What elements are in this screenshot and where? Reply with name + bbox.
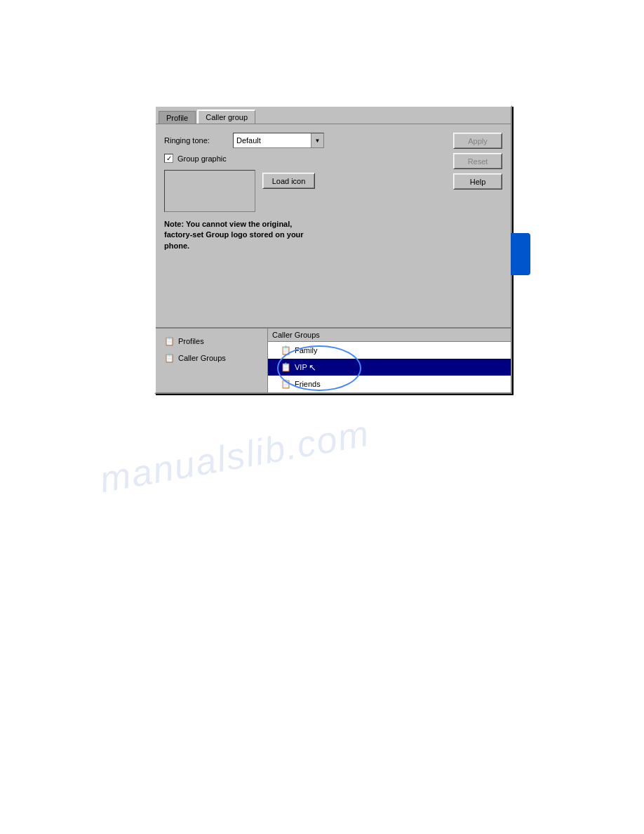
help-label: Help xyxy=(470,178,486,186)
side-tab xyxy=(511,233,530,275)
help-button[interactable]: Help xyxy=(453,173,502,190)
ringing-tone-dropdown[interactable]: Default ▼ xyxy=(233,133,324,148)
right-panel: Caller Groups 📋 Family 📋 VIP ↖ 📋 Friends xyxy=(268,329,511,392)
apply-button[interactable]: Apply xyxy=(453,133,502,149)
vip-label: VIP xyxy=(295,363,307,371)
dialog-content: Ringing tone: Default ▼ ✓ Group graphic … xyxy=(156,124,511,327)
icon-preview-box xyxy=(164,170,255,212)
note-text: Note: You cannot view the original, fact… xyxy=(164,219,318,251)
reset-button[interactable]: Reset xyxy=(453,153,502,169)
profiles-label: Profiles xyxy=(178,337,204,345)
tab-profile[interactable]: Profile xyxy=(159,111,196,124)
sidebar-item-profiles[interactable]: 📋 Profiles xyxy=(161,333,262,350)
tab-caller-group-label: Caller group xyxy=(206,113,248,121)
sidebar-item-caller-groups[interactable]: 📋 Caller Groups xyxy=(161,350,262,366)
tab-strip: Profile Caller group xyxy=(156,107,511,124)
family-icon: 📋 xyxy=(279,344,292,357)
bottom-panel: 📋 Profiles 📋 Caller Groups Caller Groups… xyxy=(156,327,511,392)
load-icon-button[interactable]: Load icon xyxy=(262,173,315,189)
caller-groups-label: Caller Groups xyxy=(178,354,226,362)
dropdown-arrow-icon[interactable]: ▼ xyxy=(311,133,323,147)
cursor-pointer-icon: ↖ xyxy=(309,362,316,373)
tree-item-family[interactable]: 📋 Family xyxy=(268,342,511,359)
profiles-icon: 📋 xyxy=(163,335,175,348)
group-graphic-checkbox[interactable]: ✓ xyxy=(164,154,173,163)
friends-label: Friends xyxy=(295,380,321,388)
right-buttons: Apply Reset Help xyxy=(453,133,502,190)
load-icon-label: Load icon xyxy=(272,177,306,185)
group-graphic-label: Group graphic xyxy=(177,154,227,163)
ringing-tone-value: Default xyxy=(234,135,311,146)
tab-caller-group[interactable]: Caller group xyxy=(197,110,255,124)
friends-icon: 📋 xyxy=(279,378,292,390)
left-panel: 📋 Profiles 📋 Caller Groups xyxy=(156,329,268,392)
tree-item-friends[interactable]: 📋 Friends xyxy=(268,376,511,392)
tree-header: Caller Groups xyxy=(268,329,511,342)
family-label: Family xyxy=(295,346,317,355)
main-dialog: Profile Caller group Ringing tone: Defau… xyxy=(154,105,512,394)
vip-icon: 📋 xyxy=(279,361,292,373)
watermark: manualslib.com xyxy=(97,412,373,501)
ringing-tone-row: Ringing tone: Default ▼ xyxy=(164,133,502,148)
ringing-tone-label: Ringing tone: xyxy=(164,136,227,145)
tree-item-vip[interactable]: 📋 VIP ↖ xyxy=(268,359,511,376)
apply-label: Apply xyxy=(468,137,488,145)
reset-label: Reset xyxy=(468,157,488,166)
caller-groups-icon: 📋 xyxy=(163,352,175,364)
group-graphic-row: ✓ Group graphic xyxy=(164,154,502,163)
icon-area: Load icon xyxy=(164,170,502,212)
tab-profile-label: Profile xyxy=(166,114,188,122)
